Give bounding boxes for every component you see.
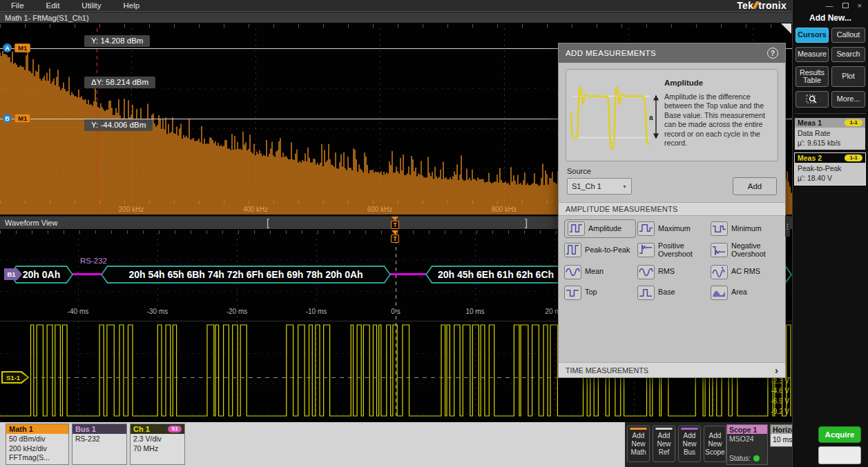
meas2-card[interactable]: Meas 2 1-1 Peak-to-Peak µ': 18.40 V <box>795 153 865 185</box>
add-measurements-dialog: ADD MEASUREMENTS ? a Amplitude Amplitude… <box>558 43 786 378</box>
measurement-area[interactable]: Area <box>711 286 782 300</box>
menu-bar: File Edit Utility Help Tektronix <box>0 0 792 12</box>
add-new-scope-label: Add New Scope <box>705 432 724 456</box>
cursor-b-letter: B <box>3 114 12 123</box>
ch1-badge[interactable]: Ch 1 S1 2.3 V/div 70 MHz <box>130 424 185 465</box>
bus-color-stripe <box>681 428 698 430</box>
scope1-badge-title: Scope 1 <box>727 425 767 434</box>
meas2-value: µ': 18.40 V <box>798 174 862 183</box>
cursors-button[interactable]: Cursors <box>795 28 829 43</box>
cursor-b-source-tag: M1 <box>15 114 30 123</box>
add-new-ref-button[interactable]: Add New Ref <box>653 426 675 462</box>
restore-icon[interactable] <box>842 3 849 8</box>
close-icon[interactable]: × <box>858 1 862 10</box>
measurement-positive-overshoot[interactable]: Positive Overshoot <box>637 242 709 259</box>
trigger-marker-plot[interactable]: T <box>391 235 399 243</box>
cursor-a-source-tag: M1 <box>15 43 30 52</box>
bus-idle-link-2 <box>389 273 427 275</box>
callout-button[interactable]: Callout <box>831 28 865 43</box>
trigger-marker-titlebar[interactable]: T <box>391 221 399 229</box>
dialog-header[interactable]: ADD MEASUREMENTS ? <box>559 43 785 63</box>
window-controls: — × <box>793 0 868 11</box>
time-measurements-label: TIME MEASUREMENTS <box>566 366 648 375</box>
measurement-rms[interactable]: RMS <box>637 265 709 279</box>
minimize-icon[interactable]: — <box>826 1 833 10</box>
math-view-title: Math 1- FftMag(S1_Ch1) <box>5 14 89 22</box>
more-button[interactable]: More... <box>831 91 865 108</box>
expansion-bracket-right[interactable]: ] <box>525 217 528 228</box>
add-new-bus-label: Add New Bus <box>682 432 696 456</box>
math1-function: FFTmag(S... <box>9 453 66 463</box>
math-view-titlebar[interactable]: Math 1- FftMag(S1_Ch1) <box>0 12 792 23</box>
base-icon <box>637 286 655 300</box>
area-icon <box>711 286 728 300</box>
search-button[interactable]: Search <box>831 47 865 62</box>
measurement-top[interactable]: Top <box>564 286 636 300</box>
blank-button[interactable] <box>818 446 861 464</box>
measure-button[interactable]: Measure <box>795 47 829 62</box>
add-new-scope-button[interactable]: Add New Scope <box>704 426 726 462</box>
cursor-a-readout: Y: 14.208 dBm <box>84 35 150 47</box>
measurement-peak-to-peak[interactable]: Peak-to-Peak <box>564 242 636 259</box>
measurement-amplitude[interactable]: Amplitude <box>564 219 636 238</box>
chevron-right-icon: › <box>775 364 779 376</box>
sidebar-button-grid: Cursors Callout Measure Search Results T… <box>793 28 868 108</box>
ch1-bandwidth: 70 MHz <box>133 444 182 454</box>
add-measurement-button[interactable]: Add <box>733 177 777 195</box>
amplitude-annotation: a <box>649 114 653 121</box>
meas2-count-pill: 1-1 <box>845 155 862 161</box>
math1-badge[interactable]: Math 1 50 dBm/div 200 kHz/div FFTmag(S..… <box>6 424 69 465</box>
meas2-header: Meas 2 1-1 <box>795 153 865 163</box>
add-new-ref-label: Add New Ref <box>657 432 671 456</box>
meas1-count-pill: 1-1 <box>845 119 862 126</box>
status-ok-icon <box>753 455 760 461</box>
results-table-button[interactable]: Results Table <box>795 66 829 87</box>
ch1-badge-title: Ch 1 <box>133 425 150 433</box>
menu-help[interactable]: Help <box>112 1 151 10</box>
ac-rms-icon <box>711 265 728 279</box>
description-body: Amplitude is the difference between the … <box>664 92 772 148</box>
add-new-title: Add New... <box>793 13 868 23</box>
cursor-b-badge[interactable]: B M1 <box>3 114 30 123</box>
logo-suffix: tronix <box>758 0 787 11</box>
source-dropdown[interactable]: S1_Ch 1 ▼ <box>567 178 632 195</box>
cursor-a-badge[interactable]: A M1 <box>3 43 30 52</box>
menu-edit[interactable]: Edit <box>35 1 71 10</box>
source-dropdown-value: S1_Ch 1 <box>572 182 601 190</box>
zoom-corner-icon[interactable] <box>781 23 791 34</box>
add-new-math-button[interactable]: Add New Math <box>627 426 650 462</box>
menu-utility[interactable]: Utility <box>70 1 112 10</box>
measurement-base[interactable]: Base <box>637 286 709 300</box>
add-new-math-label: Add New Math <box>630 432 646 456</box>
add-new-bus-button[interactable]: Add New Bus <box>678 426 701 462</box>
positive-overshoot-icon <box>637 243 655 257</box>
source-row: S1_Ch 1 ▼ Add <box>567 177 777 195</box>
zoom-mode-button[interactable] <box>795 91 829 108</box>
measurement-ac-rms[interactable]: AC RMS <box>711 265 782 279</box>
measurement-negative-overshoot[interactable]: Negative Overshoot <box>711 242 782 259</box>
help-icon[interactable]: ? <box>767 48 778 59</box>
amplitude-measurements-header[interactable]: AMPLITUDE MEASUREMENTS <box>559 202 785 216</box>
bus1-badge[interactable]: Bus 1 RS-232 <box>72 424 127 465</box>
amplitude-icon <box>568 221 585 236</box>
vscale-m6-9v: -6.9 V <box>756 397 789 405</box>
amplitude-illustration-icon: a <box>568 72 664 158</box>
meas1-name: Meas 1 <box>798 119 822 127</box>
negative-overshoot-icon <box>711 243 728 257</box>
measurement-minimum[interactable]: Minimum <box>711 221 782 236</box>
dialog-title: ADD MEASUREMENTS <box>566 49 656 57</box>
meas1-card[interactable]: Meas 1 1-1 Data Rate µ': 9.615 kb/s <box>795 118 865 150</box>
settings-bar: Math 1 50 dBm/div 200 kHz/div FFTmag(S..… <box>0 422 792 467</box>
acquire-button[interactable]: Acquire <box>818 426 861 443</box>
time-measurements-header[interactable]: TIME MEASUREMENTS › <box>559 362 785 377</box>
meas1-header: Meas 1 1-1 <box>795 118 865 128</box>
expansion-bracket-left[interactable]: [ <box>267 217 269 228</box>
measurement-mean[interactable]: Mean <box>564 265 636 279</box>
menu-file[interactable]: File <box>0 1 35 10</box>
measurement-grid: Amplitude Maximum Minimum Peak-to-Peak P… <box>559 216 785 300</box>
plot-button[interactable]: Plot <box>831 66 865 87</box>
scope1-badge[interactable]: Scope 1 MSO24 Status: <box>726 424 768 465</box>
measurement-maximum[interactable]: Maximum <box>637 221 709 236</box>
dialog-drag-handle[interactable]: ⋮ <box>785 216 790 237</box>
rms-icon <box>637 265 655 279</box>
